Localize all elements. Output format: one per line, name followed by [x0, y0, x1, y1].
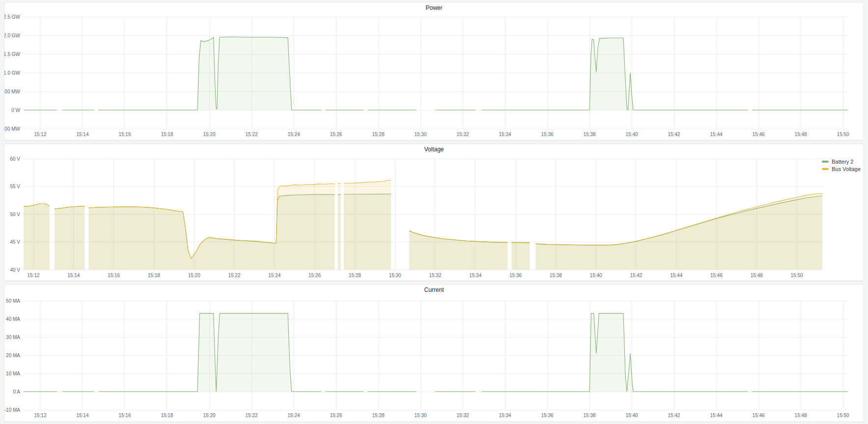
y-tick-label: 10 MA: [6, 371, 20, 376]
x-tick-label: 15:34: [499, 132, 511, 137]
x-tick-label: 15:50: [837, 132, 849, 137]
voltage-legend: Battery 2Bus Voltage: [822, 159, 861, 172]
series-area: [535, 194, 822, 270]
x-tick-label: 15:32: [429, 273, 441, 278]
series-area: [24, 204, 50, 270]
x-tick-label: 15:22: [245, 413, 257, 418]
x-tick-label: 15:30: [415, 413, 427, 418]
voltage-chart[interactable]: 60 V55 V50 V45 V40 V15:1215:1415:1615:18…: [4, 144, 864, 281]
legend-swatch: [822, 168, 829, 170]
y-tick-label: 500 MW: [4, 89, 21, 94]
legend-item-battery-2[interactable]: Battery 2: [822, 159, 861, 165]
y-tick-label: 0 A: [13, 389, 21, 395]
power-panel: Power 2.5 GW2.0 GW1.5 GW1.0 GW500 MW0 W-…: [4, 2, 864, 141]
x-tick-label: 15:14: [76, 132, 88, 137]
series-area: [98, 37, 321, 110]
y-tick-label: 40 V: [10, 267, 20, 273]
series-area: [482, 313, 748, 392]
x-tick-label: 15:38: [550, 273, 562, 278]
x-tick-label: 15:18: [161, 413, 173, 418]
y-tick-label: -10 MA: [4, 407, 20, 413]
x-tick-label: 15:42: [668, 132, 680, 137]
legend-item-bus-voltage[interactable]: Bus Voltage: [822, 166, 861, 172]
y-tick-label: 0 W: [11, 108, 20, 113]
x-tick-label: 15:26: [308, 273, 321, 278]
x-tick-label: 15:48: [795, 132, 807, 137]
x-tick-label: 15:12: [34, 413, 46, 418]
x-tick-label: 15:28: [372, 132, 385, 137]
x-tick-label: 15:30: [389, 273, 401, 278]
x-tick-label: 15:18: [161, 132, 173, 137]
x-tick-label: 15:40: [626, 413, 638, 418]
x-tick-label: 15:30: [415, 132, 427, 137]
x-tick-label: 15:22: [245, 132, 257, 137]
y-tick-label: 30 MA: [6, 335, 20, 340]
x-tick-label: 15:32: [457, 132, 469, 137]
x-tick-label: 15:14: [67, 273, 80, 278]
x-tick-label: 15:22: [228, 273, 240, 278]
series-area: [511, 242, 530, 270]
y-tick-label: 40 MA: [6, 316, 20, 322]
series-line: [511, 242, 530, 243]
x-tick-label: 15:16: [108, 273, 120, 278]
x-tick-label: 15:14: [76, 413, 88, 418]
series-area: [89, 184, 335, 270]
x-tick-label: 15:38: [584, 413, 596, 418]
y-tick-label: 55 V: [10, 184, 20, 189]
y-tick-label: -500 MW: [4, 126, 21, 132]
y-tick-label: 2.0 GW: [4, 33, 21, 38]
power-chart[interactable]: 2.5 GW2.0 GW1.5 GW1.0 GW500 MW0 W-500 MW…: [4, 2, 864, 140]
x-tick-label: 15:20: [203, 413, 215, 418]
y-tick-label: 1.0 GW: [4, 70, 21, 76]
x-tick-label: 15:46: [753, 132, 765, 137]
legend-label: Battery 2: [832, 159, 853, 165]
x-tick-label: 15:42: [668, 413, 680, 418]
x-tick-label: 15:46: [753, 413, 765, 418]
x-tick-label: 15:24: [288, 413, 300, 418]
series-area: [409, 230, 507, 270]
x-tick-label: 15:28: [372, 413, 385, 418]
x-tick-label: 15:20: [188, 273, 200, 278]
x-tick-label: 15:48: [795, 413, 807, 418]
x-tick-label: 15:26: [330, 132, 342, 137]
dashboard: Power 2.5 GW2.0 GW1.5 GW1.0 GW500 MW0 W-…: [0, 0, 868, 422]
legend-label: Bus Voltage: [832, 166, 861, 172]
x-tick-label: 15:20: [203, 132, 215, 137]
x-tick-label: 15:36: [509, 273, 522, 278]
x-tick-label: 15:32: [457, 413, 469, 418]
y-tick-label: 45 V: [10, 239, 20, 245]
x-tick-label: 15:28: [349, 273, 361, 278]
x-tick-label: 15:12: [28, 273, 40, 278]
x-tick-label: 15:26: [330, 413, 342, 418]
x-tick-label: 15:38: [584, 132, 596, 137]
x-tick-label: 15:36: [541, 413, 554, 418]
y-tick-label: 60 V: [10, 156, 20, 162]
series-area: [482, 38, 748, 110]
x-tick-label: 15:36: [541, 132, 554, 137]
voltage-panel: Voltage 60 V55 V50 V45 V40 V15:1215:1415…: [4, 143, 864, 281]
x-tick-label: 15:40: [590, 273, 602, 278]
x-tick-label: 15:50: [837, 413, 849, 418]
y-tick-label: 50 V: [10, 212, 20, 217]
current-chart[interactable]: 50 MA40 MA30 MA20 MA10 MA0 A-10 MA15:121…: [4, 284, 864, 422]
y-tick-label: 50 MA: [6, 298, 20, 304]
x-tick-label: 15:16: [118, 132, 131, 137]
series-area: [344, 180, 391, 270]
x-tick-label: 15:18: [148, 273, 160, 278]
legend-swatch: [822, 161, 829, 163]
y-tick-label: 2.5 GW: [4, 14, 21, 20]
x-tick-label: 15:48: [751, 273, 763, 278]
x-tick-label: 15:24: [288, 132, 300, 137]
x-tick-label: 15:40: [626, 132, 638, 137]
x-tick-label: 15:44: [710, 413, 723, 418]
x-tick-label: 15:44: [670, 273, 682, 278]
x-tick-label: 15:46: [710, 273, 723, 278]
x-tick-label: 15:44: [710, 132, 723, 137]
y-tick-label: 1.5 GW: [4, 52, 21, 57]
series-area: [338, 184, 341, 270]
x-tick-label: 15:12: [34, 132, 46, 137]
current-panel: Current 50 MA40 MA30 MA20 MA10 MA0 A-10 …: [4, 284, 864, 422]
series-area: [55, 206, 84, 270]
series-area: [98, 313, 321, 392]
y-tick-label: 20 MA: [6, 353, 20, 358]
